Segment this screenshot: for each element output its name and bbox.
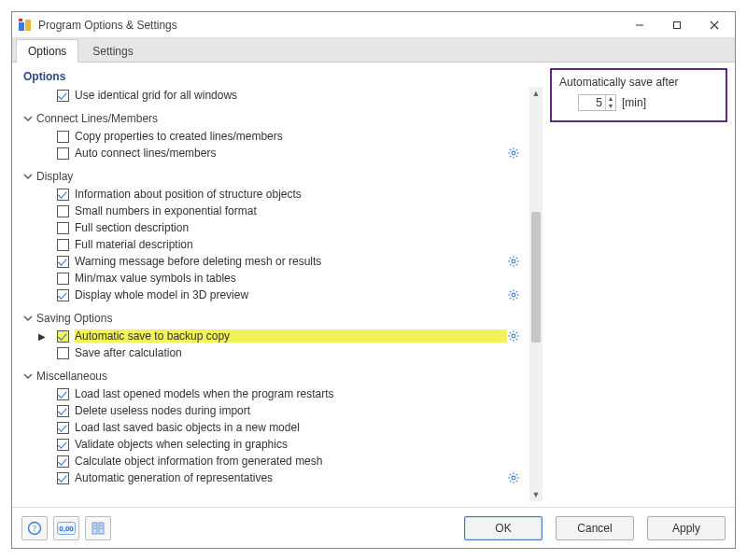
option-label: Auto connect lines/members [75,147,507,160]
group-header[interactable]: Connect Lines/Members [20,109,528,128]
option-row[interactable]: Validate objects when selecting in graph… [20,436,528,453]
checkbox[interactable] [57,388,69,400]
checkbox[interactable] [57,239,69,251]
group-header[interactable]: Miscellaneous [20,367,528,385]
svg-line-15 [510,156,511,157]
option-label: Delete useless nodes during import [75,404,524,417]
svg-point-43 [512,476,515,480]
gear-icon[interactable] [507,329,520,343]
window-title: Program Options & Settings [38,19,621,32]
chevron-down-icon[interactable] [23,171,33,180]
option-row[interactable]: Load last opened models when the program… [20,385,528,402]
checkbox[interactable] [57,90,69,102]
scroll-track[interactable] [529,100,543,488]
options-tree-scroll: Use identical grid for all windowsConnec… [20,87,543,501]
option-row[interactable]: Load last saved basic objects in a new m… [20,419,528,436]
checkbox[interactable] [57,205,69,217]
app-icon [18,18,33,33]
close-button[interactable] [696,13,733,37]
autosave-row: 5 ▲ ▼ [min] [559,94,718,111]
scroll-thumb[interactable] [531,212,541,343]
svg-point-34 [512,334,515,338]
spinner-down-icon[interactable]: ▼ [606,103,615,110]
scroll-up-icon[interactable]: ▲ [529,87,543,100]
gear-icon[interactable] [507,255,520,268]
option-label: Full material description [75,238,524,251]
option-label: Load last opened models when the program… [75,387,524,400]
gear-icon[interactable] [507,471,520,484]
option-label: Full section description [75,221,524,234]
chevron-down-icon[interactable] [23,313,33,322]
scrollbar[interactable]: ▲ ▼ [529,87,543,501]
svg-line-23 [516,258,517,259]
autosave-value[interactable]: 5 [579,96,605,109]
svg-line-12 [510,149,511,150]
dialog-footer: ? 0,00 OK Cancel Apply [12,507,735,548]
option-row[interactable]: Use identical grid for all windows [20,87,528,104]
option-row[interactable]: Delete useless nodes during import [20,402,528,419]
option-row[interactable]: ▶Automatic save to backup copy [20,328,528,344]
spinner-up-icon[interactable]: ▲ [606,95,615,103]
group-header[interactable]: Display [20,167,528,186]
help-button[interactable]: ? [21,516,48,540]
svg-line-31 [516,298,517,299]
checkbox[interactable] [57,273,69,285]
option-label: Calculate object information from genera… [75,455,524,468]
checkbox[interactable] [57,256,69,268]
gear-icon[interactable] [507,288,520,301]
option-row[interactable]: Warning message before deleting mesh or … [20,253,528,270]
autosave-spinner[interactable]: 5 ▲ ▼ [578,94,616,111]
option-row[interactable]: Information about position of structure … [20,186,528,203]
maximize-button[interactable] [658,13,696,37]
option-row[interactable]: Calculate object information from genera… [20,453,528,469]
units-button[interactable]: 0,00 [53,516,79,540]
group-label: Connect Lines/Members [36,112,158,125]
chevron-down-icon[interactable] [23,113,33,122]
spinner-arrows[interactable]: ▲ ▼ [605,95,615,110]
checkbox[interactable] [57,405,69,417]
checkbox[interactable] [57,131,69,143]
minimize-button[interactable] [621,13,658,37]
svg-line-24 [510,264,511,265]
option-row[interactable]: Full material description [20,236,528,253]
options-tree: Use identical grid for all windowsConnec… [20,87,529,501]
checkbox[interactable] [57,439,69,451]
gear-icon[interactable] [507,147,520,160]
chevron-down-icon[interactable] [23,371,33,380]
option-row[interactable]: Small numbers in exponential format [20,203,528,219]
checkbox[interactable] [57,422,69,434]
option-row[interactable]: Display whole model in 3D preview [20,287,528,303]
svg-point-7 [512,151,515,155]
options-header: Options [20,68,543,87]
checkbox[interactable] [57,472,69,484]
tab-settings[interactable]: Settings [80,39,145,63]
tab-options[interactable]: Options [16,39,78,63]
option-row[interactable]: Auto connect lines/members [20,145,528,161]
option-label: Load last saved basic objects in a new m… [75,421,524,434]
svg-line-48 [510,474,511,475]
group-label: Miscellaneous [36,370,107,383]
option-row[interactable]: Save after calculation [20,344,528,361]
svg-rect-0 [19,22,24,31]
svg-line-50 [516,474,517,475]
option-row[interactable]: Automatic generation of representatives [20,469,528,486]
scroll-down-icon[interactable]: ▼ [529,488,543,501]
group-header[interactable]: Saving Options [20,309,528,328]
checkbox[interactable] [57,330,69,343]
apply-button[interactable]: Apply [647,516,726,540]
option-row[interactable]: Copy properties to created lines/members [20,128,528,145]
checkbox[interactable] [57,347,69,359]
cancel-button[interactable]: Cancel [556,516,634,540]
option-label: Automatic generation of representatives [75,471,507,484]
defaults-button[interactable] [85,516,111,540]
option-row[interactable]: Full section description [20,219,528,236]
checkbox[interactable] [57,222,69,234]
option-label: Copy properties to created lines/members [75,130,524,143]
checkbox[interactable] [57,455,69,468]
option-label: Validate objects when selecting in graph… [75,438,524,451]
ok-button[interactable]: OK [464,516,543,540]
checkbox[interactable] [57,147,69,160]
checkbox[interactable] [57,189,69,201]
option-row[interactable]: Min/max value symbols in tables [20,270,528,287]
checkbox[interactable] [57,289,69,301]
